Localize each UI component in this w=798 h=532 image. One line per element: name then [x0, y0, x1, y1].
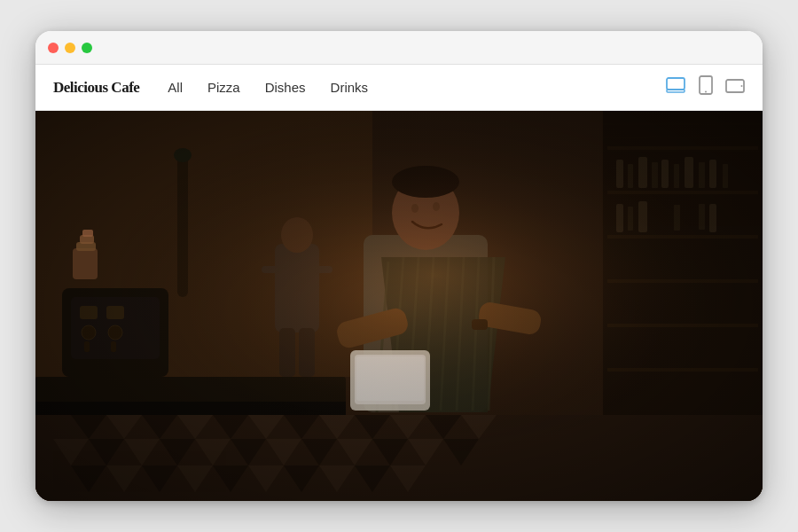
svg-point-4: [705, 91, 707, 93]
nav-dishes[interactable]: Dishes: [265, 80, 306, 95]
maximize-button[interactable]: [82, 43, 92, 53]
cafe-background: [35, 111, 763, 501]
svg-rect-2: [667, 90, 685, 92]
svg-rect-122: [82, 230, 93, 237]
navbar: Delicious Cafe All Pizza Dishes Drinks: [35, 65, 763, 111]
laptop-icon[interactable]: [665, 77, 686, 98]
title-bar: [35, 31, 763, 65]
tablet-portrait-icon[interactable]: [699, 75, 713, 99]
traffic-lights: [48, 43, 92, 53]
hero-image: [35, 111, 763, 501]
nav-pizza[interactable]: Pizza: [207, 80, 240, 95]
hero-section: [35, 111, 763, 501]
nav-drinks[interactable]: Drinks: [331, 80, 369, 95]
tablet-landscape-icon[interactable]: [725, 77, 745, 98]
brand-logo: Delicious Cafe: [53, 79, 139, 97]
svg-rect-118: [35, 111, 763, 501]
svg-point-6: [741, 85, 743, 87]
close-button[interactable]: [48, 43, 59, 53]
svg-rect-119: [73, 248, 98, 279]
minimize-button[interactable]: [65, 43, 75, 53]
svg-rect-0: [667, 78, 685, 90]
browser-window: Delicious Cafe All Pizza Dishes Drinks: [35, 31, 763, 501]
nav-links: All Pizza Dishes Drinks: [168, 80, 665, 95]
device-switcher: [665, 75, 745, 99]
nav-all[interactable]: All: [168, 80, 183, 95]
